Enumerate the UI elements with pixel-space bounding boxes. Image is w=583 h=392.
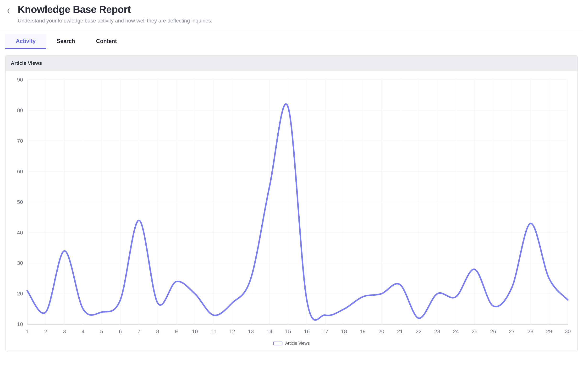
svg-text:25: 25 xyxy=(471,328,477,334)
svg-text:15: 15 xyxy=(285,328,291,334)
svg-text:18: 18 xyxy=(341,328,347,334)
svg-text:9: 9 xyxy=(175,328,178,334)
article-views-chart: 1020304050607080901234567891011121314151… xyxy=(9,77,574,338)
svg-text:3: 3 xyxy=(63,328,66,334)
svg-text:80: 80 xyxy=(17,107,23,113)
svg-text:90: 90 xyxy=(17,77,23,83)
svg-text:2: 2 xyxy=(44,328,47,334)
legend-swatch-icon xyxy=(273,342,282,346)
svg-text:26: 26 xyxy=(490,328,496,334)
chart-legend: Article Views xyxy=(9,341,574,346)
svg-text:14: 14 xyxy=(266,328,272,334)
tab-search[interactable]: Search xyxy=(46,34,86,49)
svg-text:23: 23 xyxy=(434,328,440,334)
svg-text:16: 16 xyxy=(304,328,310,334)
svg-text:11: 11 xyxy=(211,328,217,334)
tab-activity[interactable]: Activity xyxy=(5,34,46,49)
svg-text:40: 40 xyxy=(17,230,23,236)
svg-text:12: 12 xyxy=(229,328,235,334)
svg-text:28: 28 xyxy=(527,328,533,334)
svg-text:10: 10 xyxy=(17,321,23,327)
panel-title: Article Views xyxy=(6,56,577,71)
svg-text:8: 8 xyxy=(156,328,159,334)
chevron-left-icon xyxy=(7,8,11,14)
page-header: Knowledge Base Report Understand your kn… xyxy=(5,4,578,29)
svg-text:50: 50 xyxy=(17,199,23,205)
back-button[interactable] xyxy=(5,8,12,14)
page-subtitle: Understand your knowledge base activity … xyxy=(18,18,578,24)
svg-text:29: 29 xyxy=(546,328,552,334)
svg-text:24: 24 xyxy=(453,328,459,334)
svg-text:27: 27 xyxy=(509,328,515,334)
svg-text:7: 7 xyxy=(138,328,140,334)
svg-text:17: 17 xyxy=(322,328,328,334)
svg-text:70: 70 xyxy=(17,138,23,144)
tab-content[interactable]: Content xyxy=(86,34,128,49)
svg-text:30: 30 xyxy=(565,328,571,334)
svg-text:10: 10 xyxy=(192,328,198,334)
svg-text:20: 20 xyxy=(17,291,23,297)
legend-series-label: Article Views xyxy=(285,341,310,346)
svg-text:30: 30 xyxy=(17,260,23,266)
svg-text:1: 1 xyxy=(26,328,29,334)
svg-text:20: 20 xyxy=(378,328,384,334)
article-views-panel: Article Views 10203040506070809012345678… xyxy=(5,55,578,351)
tabs: Activity Search Content xyxy=(5,29,578,49)
chart-area: 1020304050607080901234567891011121314151… xyxy=(6,71,577,351)
svg-text:21: 21 xyxy=(397,328,403,334)
svg-text:19: 19 xyxy=(360,328,366,334)
svg-text:5: 5 xyxy=(100,328,103,334)
svg-text:22: 22 xyxy=(416,328,422,334)
svg-text:4: 4 xyxy=(82,328,85,334)
svg-text:6: 6 xyxy=(119,328,122,334)
page-title: Knowledge Base Report xyxy=(18,4,578,15)
svg-text:60: 60 xyxy=(17,168,23,174)
svg-text:13: 13 xyxy=(248,328,254,334)
